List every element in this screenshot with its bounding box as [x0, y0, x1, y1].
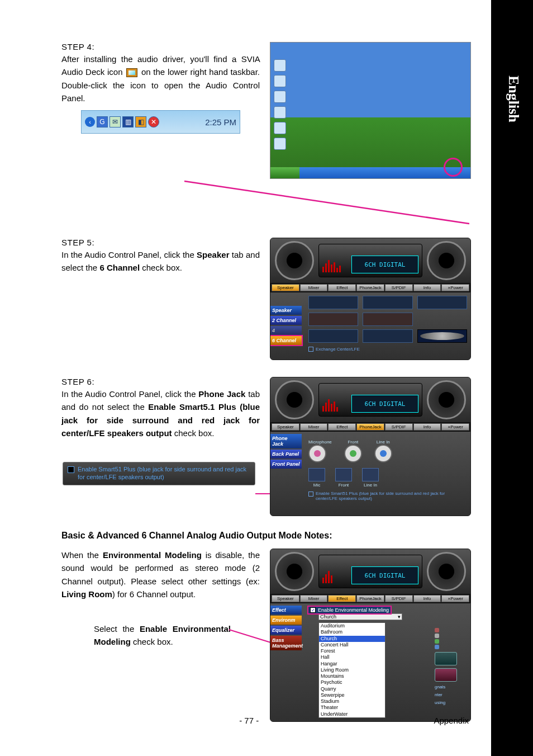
spk-front-right[interactable] — [417, 296, 467, 309]
tab-mixer[interactable]: Mixer — [300, 595, 328, 602]
sidetab-frontpanel[interactable]: Front Panel — [270, 460, 302, 469]
list-item[interactable]: Stadium — [319, 698, 385, 705]
step-4-block: STEP 4: After installing the audio drive… — [61, 42, 469, 179]
deck-lcd: 6CH DIGITAL — [351, 395, 418, 413]
spk-subwoofer[interactable] — [417, 329, 467, 343]
list-item[interactable]: Sewerpipe — [319, 692, 385, 698]
exchange-lfe-row[interactable]: Exchange Center/LFE — [308, 346, 467, 352]
tab-effect[interactable]: Effect — [328, 284, 356, 291]
sidetab-backpanel[interactable]: Back Panel — [270, 450, 302, 459]
spk-mid-left[interactable] — [308, 313, 358, 326]
step-4-line2b: on the lower right hand taskbar. — [141, 67, 260, 77]
spk-back-left[interactable] — [308, 329, 358, 343]
front-mic-icon — [308, 468, 325, 481]
svg-line-0 — [184, 181, 469, 224]
desktop-icon — [274, 91, 286, 103]
sidetab-4ch[interactable]: 4 — [270, 326, 302, 335]
smart51-callout: Enable Smart51 Plus (blue jack for side … — [63, 462, 255, 485]
env-dropdown-list[interactable]: Auditorium Bathroom Church Concert Hall … — [318, 622, 386, 718]
section-heading: Basic & Advanced 6 Channel Analog Audio … — [61, 531, 469, 541]
jack-linein[interactable] — [374, 445, 392, 462]
step-4-line3: Double-click the icon to open the Audio … — [61, 81, 260, 103]
sidetab-2ch[interactable]: 2 Channel — [270, 316, 302, 325]
list-item[interactable]: Hangar — [319, 661, 385, 667]
tab-speaker[interactable]: Speaker — [272, 423, 299, 431]
tray-icons: ‹ G ✉ ▥ ◧ ✕ — [85, 116, 159, 127]
spk-mid-right[interactable] — [363, 313, 412, 326]
tab-phonejack[interactable]: PhoneJack — [356, 595, 384, 602]
list-item[interactable]: Hall — [319, 654, 385, 660]
close-tray-icon: ✕ — [148, 116, 159, 127]
step-4-text: After installing the audio driver, you'l… — [61, 53, 260, 105]
spk-front-left[interactable] — [308, 296, 358, 309]
env-preset-icon[interactable] — [435, 668, 457, 682]
monitor-tray-icon: ▥ — [122, 116, 134, 127]
svia-audio-deck-icon — [126, 68, 137, 77]
list-item[interactable]: Church — [319, 636, 385, 642]
step-5-label: STEP 5: — [61, 238, 260, 247]
tray-highlight-circle — [444, 158, 463, 177]
section-name: Appendix — [434, 716, 469, 725]
list-item[interactable]: Bathroom — [319, 629, 385, 635]
tab-mixer[interactable]: Mixer — [300, 423, 328, 431]
list-item[interactable]: Auditorium — [319, 623, 385, 629]
tab-spdif[interactable]: S/PDIF — [385, 284, 413, 291]
desktop-icon — [274, 59, 286, 72]
taskbar-time: 2:25 PM — [205, 117, 236, 127]
tab-speaker[interactable]: Speaker — [272, 284, 299, 291]
tab-info[interactable]: Info — [413, 284, 441, 291]
tab-mixer[interactable]: Mixer — [300, 284, 328, 291]
list-item[interactable]: Concert Hall — [319, 642, 385, 648]
desktop-icon — [274, 138, 286, 150]
deck-speaker-right — [427, 380, 466, 419]
tab-power[interactable]: ×Power — [441, 284, 469, 291]
audio-deck-speaker: 6CH DIGITAL Speaker Mixer Effect PhoneJa… — [270, 238, 471, 360]
env-dropdown[interactable]: Church▾ — [318, 613, 402, 620]
list-item[interactable]: Living Room — [319, 667, 385, 673]
tab-info[interactable]: Info — [413, 423, 441, 431]
step-5-text: In the Audio Control Panel, click the Sp… — [61, 248, 260, 275]
notes-text: When the Environmental Modeling is disab… — [61, 549, 260, 601]
deck-display: 6CH DIGITAL — [318, 244, 422, 277]
tab-effect[interactable]: Effect — [328, 595, 356, 602]
desktop-icon — [274, 106, 286, 119]
deck-display: 6CH DIGITAL — [318, 383, 422, 417]
step-4-label: STEP 4: — [61, 42, 260, 51]
jack-front[interactable] — [344, 445, 362, 462]
tab-phonejack[interactable]: PhoneJack — [356, 284, 384, 291]
sidetab-6ch[interactable]: 6 Channel — [270, 336, 302, 345]
spk-center[interactable] — [363, 296, 412, 309]
step-5-block: STEP 5: In the Audio Control Panel, clic… — [61, 238, 469, 360]
list-item[interactable]: Psychotic — [319, 679, 385, 686]
notes-block: When the Environmental Modeling is disab… — [61, 549, 469, 722]
list-item[interactable]: Forest — [319, 648, 385, 654]
tab-speaker[interactable]: Speaker — [272, 595, 299, 602]
sidetab-bass[interactable]: Bass Management — [270, 636, 302, 650]
deck-lcd: 6CH DIGITAL — [351, 256, 418, 273]
list-item[interactable]: Theater — [319, 705, 385, 711]
sidetab-environment[interactable]: Environm — [270, 616, 302, 625]
desktop-icon — [274, 122, 286, 134]
side-bar-black: English — [491, 0, 533, 756]
tab-effect[interactable]: Effect — [328, 423, 356, 431]
taskbar-screenshot: ‹ G ✉ ▥ ◧ ✕ 2:25 PM — [81, 110, 240, 134]
tab-spdif[interactable]: S/PDIF — [385, 423, 413, 431]
deck-lcd: 6CH DIGITAL — [351, 566, 418, 584]
tab-power[interactable]: ×Power — [441, 595, 469, 602]
tab-power[interactable]: ×Power — [441, 423, 469, 431]
sidetab-equalizer[interactable]: Equalizer — [270, 626, 302, 635]
language-label: English — [505, 75, 522, 122]
env-preset-icon[interactable] — [435, 652, 457, 665]
tab-phonejack[interactable]: PhoneJack — [356, 423, 384, 431]
step-6-block: STEP 6: In the Audio Control Panel, clic… — [61, 377, 469, 516]
enable-env-modeling-checkbox[interactable]: ✓ Enable Environmental Modeling — [308, 607, 391, 613]
tab-spdif[interactable]: S/PDIF — [385, 595, 413, 602]
desktop-screenshot — [270, 42, 471, 179]
jack-microphone[interactable] — [308, 445, 326, 462]
smart51-checkbox[interactable]: Enable Smart51 Plus (blue jack for side … — [308, 491, 467, 501]
list-item[interactable]: Mountains — [319, 673, 385, 679]
list-item[interactable]: Quarry — [319, 686, 385, 692]
tab-info[interactable]: Info — [413, 595, 441, 602]
spk-back-right[interactable] — [363, 329, 412, 343]
mail-tray-icon: ✉ — [110, 116, 121, 127]
